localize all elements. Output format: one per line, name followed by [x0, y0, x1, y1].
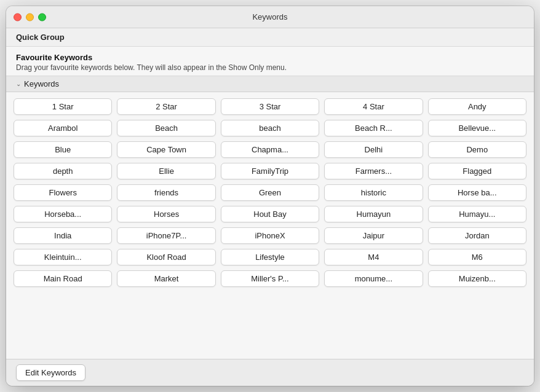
keyword-tag[interactable]: Humayun [324, 206, 423, 222]
keyword-tag[interactable]: 2 Star [117, 98, 215, 115]
keyword-tag[interactable]: Flowers [14, 184, 112, 201]
keywords-window: Keywords Quick Group Favourite Keywords … [6, 6, 534, 386]
keyword-tag[interactable]: historic [324, 184, 423, 201]
keywords-grid: 1 Star2 Star3 Star4 StarAndyArambolBeach… [6, 92, 534, 359]
keyword-tag[interactable]: Demo [428, 141, 526, 158]
keyword-tag[interactable]: Horses [117, 206, 215, 222]
window-content: Quick Group Favourite Keywords Drag your… [6, 28, 534, 386]
keyword-tag[interactable]: Beach R... [324, 120, 423, 136]
keyword-tag[interactable]: Main Road [14, 270, 112, 287]
keyword-tag[interactable]: 3 Star [221, 98, 319, 115]
keywords-header-label: Keywords [24, 79, 59, 88]
keyword-tag[interactable]: Cape Town [117, 141, 215, 158]
keyword-tag[interactable]: Kleintuin... [14, 249, 112, 265]
keyword-tag[interactable]: FamilyTrip [221, 163, 319, 179]
keyword-tag[interactable]: Kloof Road [117, 249, 215, 265]
keyword-tag[interactable]: Ellie [117, 163, 215, 179]
keyword-tag[interactable]: friends [117, 184, 215, 201]
keyword-tag[interactable]: Horseba... [14, 206, 112, 222]
favourite-title: Favourite Keywords [16, 53, 524, 62]
keyword-tag[interactable]: Bellevue... [428, 120, 526, 136]
keyword-tag[interactable]: Horse ba... [428, 184, 526, 201]
window-title: Keywords [252, 12, 287, 22]
bottom-bar: Edit Keywords [6, 359, 534, 386]
keyword-tag[interactable]: Market [117, 270, 215, 287]
keyword-tag[interactable]: Flagged [428, 163, 526, 179]
favourite-desc: Drag your favourite keywords below. They… [16, 63, 524, 72]
keyword-tag[interactable]: Hout Bay [221, 206, 319, 222]
keyword-tag[interactable]: M4 [324, 249, 423, 265]
keywords-header[interactable]: ⌄ Keywords [6, 76, 534, 92]
keyword-tag[interactable]: India [14, 227, 112, 244]
keyword-tag[interactable]: iPhoneX [221, 227, 319, 244]
keyword-tag[interactable]: Lifestyle [221, 249, 319, 265]
keyword-tag[interactable]: 1 Star [14, 98, 112, 115]
keyword-tag[interactable]: Humayu... [428, 206, 526, 222]
keyword-tag[interactable]: iPhone7P... [117, 227, 215, 244]
keyword-tag[interactable]: Muizenb... [428, 270, 526, 287]
keyword-tag[interactable]: Andy [428, 98, 526, 115]
keyword-tag[interactable]: Jaipur [324, 227, 423, 244]
quick-group-label: Quick Group [16, 33, 65, 42]
keyword-tag[interactable]: M6 [428, 249, 526, 265]
keyword-tag[interactable]: monume... [324, 270, 423, 287]
keyword-tag[interactable]: Arambol [14, 120, 112, 136]
quick-group-bar: Quick Group [6, 28, 534, 47]
keyword-tag[interactable]: 4 Star [324, 98, 423, 115]
close-button[interactable] [14, 13, 22, 21]
title-bar: Keywords [6, 6, 534, 28]
traffic-lights [14, 13, 46, 21]
maximize-button[interactable] [38, 13, 46, 21]
keyword-tag[interactable]: Blue [14, 141, 112, 158]
keyword-tag[interactable]: Miller's P... [221, 270, 319, 287]
favourite-section: Favourite Keywords Drag your favourite k… [6, 47, 534, 76]
keyword-tag[interactable]: depth [14, 163, 112, 179]
keyword-tag[interactable]: Chapma... [221, 141, 319, 158]
keyword-tag[interactable]: Farmers... [324, 163, 423, 179]
keyword-tag[interactable]: Delhi [324, 141, 423, 158]
keyword-tag[interactable]: Green [221, 184, 319, 201]
keyword-tag[interactable]: beach [221, 120, 319, 136]
keyword-tag[interactable]: Jordan [428, 227, 526, 244]
keyword-tag[interactable]: Beach [117, 120, 215, 136]
minimize-button[interactable] [26, 13, 34, 21]
chevron-down-icon: ⌄ [16, 80, 21, 87]
edit-keywords-button[interactable]: Edit Keywords [16, 364, 85, 381]
